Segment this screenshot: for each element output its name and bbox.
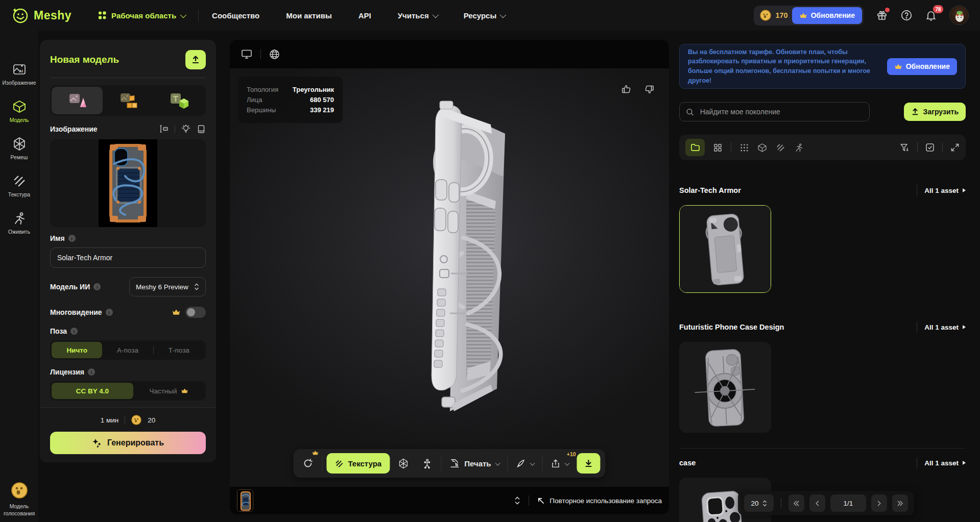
dimensions-icon[interactable]: [159, 124, 169, 134]
texture-icon: [334, 459, 343, 468]
library-icon[interactable]: [197, 125, 206, 134]
printer-3d-icon: [449, 458, 460, 468]
multiview-toggle[interactable]: [185, 307, 206, 318]
multiselect-button[interactable]: [925, 143, 935, 152]
filter-models-button[interactable]: [757, 143, 767, 153]
pose-option-a[interactable]: А-поза: [102, 342, 153, 358]
pose-option-t[interactable]: Т-поза: [154, 342, 204, 358]
upload-image-button[interactable]: [185, 50, 206, 69]
meshy-logo[interactable]: Meshy: [11, 6, 71, 24]
search-icon: [686, 108, 694, 116]
ai-model-select[interactable]: Meshy 6 Preview: [129, 277, 206, 296]
vote-buttons: [621, 84, 655, 95]
rig-button[interactable]: [417, 454, 437, 473]
input-image-preview[interactable]: [50, 139, 206, 227]
nav-link-assets[interactable]: Мои активы: [286, 11, 332, 20]
download-button[interactable]: [577, 453, 601, 474]
per-page-select[interactable]: 20: [744, 494, 774, 512]
filter-animations-button[interactable]: [794, 143, 804, 153]
generate-button[interactable]: Генерировать: [50, 432, 206, 454]
share-button[interactable]: +10: [547, 453, 573, 474]
print-button[interactable]: Печать: [445, 453, 503, 474]
rail-item-image[interactable]: AI Изображение: [0, 62, 38, 86]
dots-grid-icon: [740, 143, 749, 152]
rail-item-model[interactable]: Модель: [0, 100, 38, 123]
pen-icon: [516, 459, 526, 468]
upload-asset-button[interactable]: Загрузить: [904, 103, 966, 121]
gift-button[interactable]: [876, 9, 888, 21]
display-mode-icon[interactable]: [241, 49, 252, 59]
texture-button[interactable]: Текстура: [326, 453, 390, 474]
avatar[interactable]: [949, 6, 969, 25]
lightbulb-icon[interactable]: [181, 125, 190, 134]
chevron-down-icon: [530, 460, 535, 465]
see-all-link[interactable]: All 1 asset: [924, 324, 966, 331]
chevron-down-icon: [432, 11, 439, 18]
credits-pill[interactable]: 170 Обновление: [754, 6, 864, 26]
help-button[interactable]: [900, 9, 913, 21]
asset-thumb-solar-tech[interactable]: [679, 205, 771, 293]
reuse-prompt-button[interactable]: Повторное использование запроса: [537, 497, 662, 505]
viewport-bottombar: Повторное использование запроса: [230, 487, 669, 514]
license-option-private[interactable]: Частный: [133, 383, 204, 399]
name-input[interactable]: [50, 247, 206, 268]
runner-icon: [794, 143, 804, 153]
chevron-right-icon: [963, 188, 966, 192]
rail-item-vote-model[interactable]: Модель голосования: [0, 481, 38, 517]
edit-button[interactable]: [512, 453, 538, 474]
generation-cost: 20: [148, 416, 155, 424]
filter-all-button[interactable]: [740, 143, 749, 152]
tab-text-to-3d[interactable]: [153, 87, 204, 114]
history-sort-button[interactable]: [514, 496, 520, 505]
filter-folders-button[interactable]: [685, 139, 705, 156]
sort-filter-button[interactable]: [900, 143, 910, 153]
upgrade-button[interactable]: Обновление: [792, 7, 862, 24]
see-all-link[interactable]: All 1 asset: [924, 459, 966, 467]
rail-item-texture[interactable]: Текстура: [0, 174, 38, 197]
pose-option-none[interactable]: Ничто: [52, 342, 102, 358]
remesh-button[interactable]: [394, 454, 413, 473]
search-input[interactable]: [699, 107, 863, 116]
prev-page-button[interactable]: [809, 494, 825, 512]
retry-button[interactable]: [298, 454, 318, 473]
asset-section-header: Solar-Tech Armor All 1 asset: [679, 185, 966, 196]
thumbs-down-button[interactable]: [643, 84, 655, 95]
name-label: Имяi: [50, 234, 76, 242]
nav-link-learn[interactable]: Учиться: [398, 11, 437, 20]
tab-image-to-voxel[interactable]: [103, 87, 154, 114]
next-page-button[interactable]: [871, 494, 887, 512]
rail-item-remesh[interactable]: Ремеш: [0, 137, 38, 160]
divider: [917, 457, 917, 468]
nav-right-cluster: 170 Обновление 78: [754, 6, 969, 26]
last-page-button[interactable]: [892, 494, 908, 512]
environment-icon[interactable]: [269, 49, 280, 60]
expand-button[interactable]: [950, 143, 960, 152]
first-page-button[interactable]: [788, 494, 804, 512]
image-section-label: Изображение: [50, 125, 98, 133]
prompt-image-thumb[interactable]: [237, 489, 253, 512]
notifications-button[interactable]: 78: [925, 9, 937, 21]
info-icon: i: [70, 328, 78, 335]
divider: [508, 456, 508, 471]
banner-upgrade-button[interactable]: Обновление: [887, 58, 957, 75]
divider: [917, 142, 918, 153]
share-bonus-badge: +10: [567, 451, 576, 457]
rail-item-animate[interactable]: Оживить: [0, 211, 38, 235]
viewport-3d[interactable]: Топология Треугольник Лица 680 570 Верши…: [230, 40, 669, 514]
nav-link-resources[interactable]: Ресурсы: [464, 11, 505, 20]
workspace-menu[interactable]: Рабочая область: [97, 10, 185, 20]
thumbs-up-button[interactable]: [621, 84, 632, 95]
license-option-ccby[interactable]: CC BY 4.0: [52, 383, 133, 399]
pagination-bar: 20 1/1: [738, 491, 914, 515]
nav-link-api[interactable]: API: [358, 11, 371, 20]
nav-link-community[interactable]: Сообщество: [212, 11, 259, 20]
topology-stats-panel: Топология Треугольник Лица 680 570 Верши…: [238, 77, 343, 123]
filter-textures-button[interactable]: [776, 143, 785, 153]
tab-image-to-3d[interactable]: [52, 87, 103, 114]
filter-grid-button[interactable]: [713, 143, 722, 152]
see-all-link[interactable]: All 1 asset: [924, 187, 966, 194]
asset-thumb-futuristic-case[interactable]: [679, 342, 771, 433]
search-box[interactable]: [679, 102, 870, 121]
divider: [542, 456, 543, 471]
vote-coin-icon: [10, 481, 29, 500]
